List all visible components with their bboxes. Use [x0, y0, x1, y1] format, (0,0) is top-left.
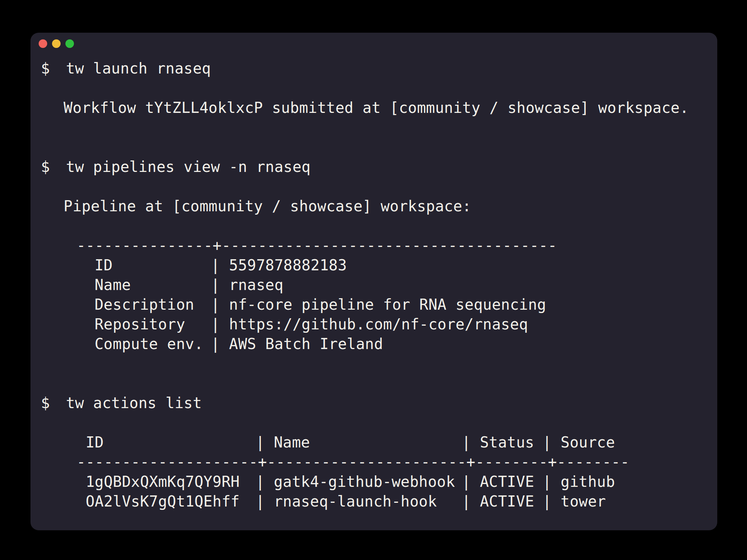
- pipe-separator: |: [543, 473, 561, 490]
- close-button-icon[interactable]: [39, 39, 47, 48]
- command-line-launch: $tw launch rnaseq: [41, 59, 717, 78]
- command-text-launch: tw launch rnaseq: [66, 60, 211, 77]
- field-label: Compute env.: [94, 334, 211, 354]
- actions-table-header-row: ID| Name| Status| Source: [85, 433, 717, 452]
- cell-action-id: 1gQBDxQXmKq7QY9RH: [85, 472, 256, 492]
- pipe-separator: |: [211, 257, 229, 274]
- cell-action-name: rnaseq-launch-hook: [274, 492, 462, 511]
- command-line-actions-list: $tw actions list: [41, 393, 717, 413]
- actions-table-row: OA2lVsK7gQt1QEhff| rnaseq-launch-hook| A…: [85, 492, 717, 511]
- pipeline-field-row: Description| nf-core pipeline for RNA se…: [94, 295, 717, 315]
- pipe-separator: |: [211, 316, 229, 333]
- command-text-actions-list: tw actions list: [66, 394, 202, 411]
- column-header-source: Source: [561, 434, 615, 451]
- field-value: https://github.com/nf-core/rnaseq: [229, 316, 528, 333]
- shell-prompt: $: [41, 60, 50, 77]
- column-header-name: Name: [274, 433, 462, 452]
- terminal-window: $tw launch rnaseq Workflow tYtZLL4oklxcP…: [30, 33, 717, 530]
- actions-table-row: 1gQBDxQXmKq7QY9RH| gatk4-github-webhook|…: [85, 472, 717, 492]
- cell-action-source: github: [561, 473, 615, 490]
- cell-action-source: tower: [561, 493, 606, 510]
- zoom-button-icon[interactable]: [65, 39, 74, 48]
- cell-action-name: gatk4-github-webhook: [274, 472, 462, 492]
- launch-output-line: Workflow tYtZLL4oklxcP submitted at [com…: [64, 98, 717, 118]
- field-label: Name: [94, 275, 211, 295]
- pipeline-field-row: Name| rnaseq: [94, 275, 717, 295]
- field-value: AWS Batch Ireland: [229, 335, 383, 352]
- pipe-separator: |: [462, 493, 480, 510]
- field-label: ID: [94, 255, 211, 275]
- pipe-separator: |: [211, 335, 229, 352]
- pipe-separator: |: [256, 493, 274, 510]
- cell-action-status: ACTIVE: [480, 492, 543, 511]
- minimize-button-icon[interactable]: [52, 39, 61, 48]
- field-value: 5597878882183: [229, 257, 347, 274]
- pipe-separator: |: [462, 473, 480, 490]
- field-value: nf-core pipeline for RNA sequencing: [229, 296, 546, 313]
- pipeline-field-row: Compute env.| AWS Batch Ireland: [94, 334, 717, 354]
- field-value: rnaseq: [229, 276, 283, 293]
- actions-table-ruler: --------------------+-------------------…: [77, 452, 717, 472]
- column-header-status: Status: [480, 433, 543, 452]
- pipe-separator: |: [462, 434, 480, 451]
- pipe-separator: |: [211, 276, 229, 293]
- column-header-id: ID: [85, 433, 256, 452]
- terminal-content: $tw launch rnaseq Workflow tYtZLL4oklxcP…: [30, 59, 717, 511]
- shell-prompt: $: [41, 158, 50, 175]
- pipeline-table-ruler: ---------------+------------------------…: [77, 236, 717, 255]
- command-text-pipelines-view: tw pipelines view -n rnaseq: [66, 158, 310, 175]
- pipe-separator: |: [211, 296, 229, 313]
- pipe-separator: |: [543, 434, 561, 451]
- field-label: Repository: [94, 315, 211, 334]
- window-titlebar[interactable]: [30, 33, 717, 48]
- pipeline-workspace-line: Pipeline at [community / showcase] works…: [64, 196, 717, 216]
- cell-action-status: ACTIVE: [480, 472, 543, 492]
- shell-prompt: $: [41, 394, 50, 411]
- field-label: Description: [94, 295, 211, 315]
- command-line-pipelines-view: $tw pipelines view -n rnaseq: [41, 157, 717, 177]
- cell-action-id: OA2lVsK7gQt1QEhff: [85, 492, 256, 511]
- pipeline-field-row: Repository| https://github.com/nf-core/r…: [94, 315, 717, 334]
- pipe-separator: |: [543, 493, 561, 510]
- pipeline-field-row: ID| 5597878882183: [94, 255, 717, 275]
- pipe-separator: |: [256, 434, 274, 451]
- pipe-separator: |: [256, 473, 274, 490]
